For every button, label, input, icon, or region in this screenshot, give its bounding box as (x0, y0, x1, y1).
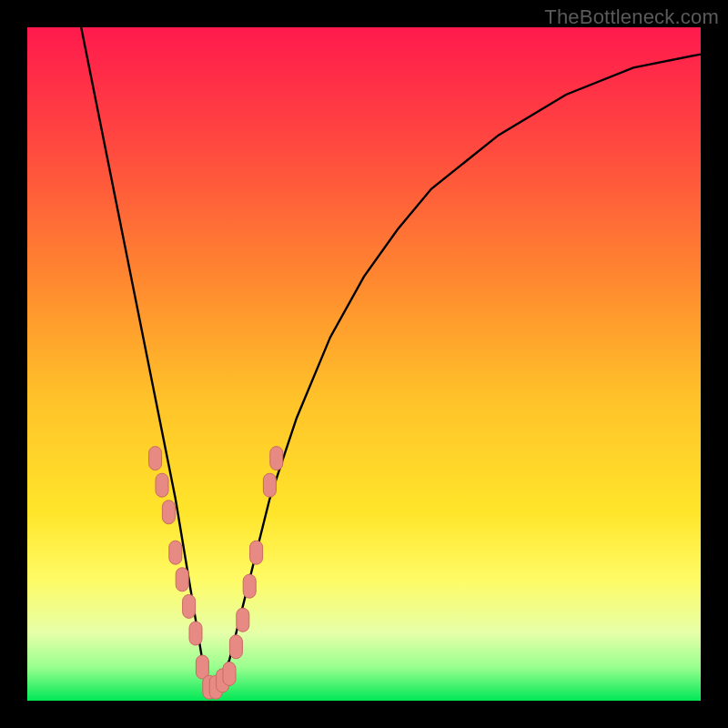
data-marker (183, 594, 196, 618)
data-marker (189, 622, 202, 645)
data-marker (162, 500, 175, 524)
data-marker (263, 473, 276, 497)
data-marker (270, 447, 283, 470)
data-marker (176, 568, 188, 592)
data-marker (169, 541, 182, 564)
watermark-text: TheBottleneck.com (544, 5, 719, 29)
gradient-background (27, 27, 701, 701)
plot-svg (27, 27, 701, 701)
data-marker (149, 447, 162, 470)
data-marker (237, 608, 249, 632)
chart-frame: TheBottleneck.com (0, 0, 728, 728)
data-marker (243, 574, 256, 598)
plot-area (27, 27, 701, 701)
data-marker (229, 635, 242, 659)
data-marker (250, 541, 263, 564)
data-marker (156, 473, 168, 497)
data-marker (196, 655, 208, 679)
data-marker (223, 662, 236, 685)
